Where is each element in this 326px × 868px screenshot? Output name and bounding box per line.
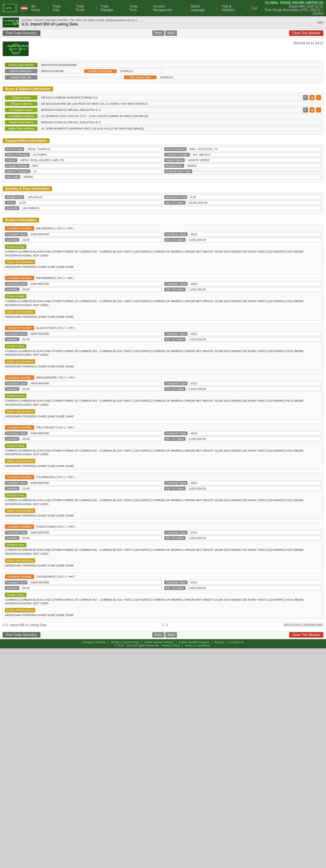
prev-button-bottom[interactable]: Prev <box>152 632 164 638</box>
marks-label: Marks and Numbers <box>5 558 35 563</box>
consignee-addr-value: AV QUEIROZ DOS SANTOS 1717 - CASA SANTO … <box>39 114 321 119</box>
manifest-no-label: Manifest No. <box>164 164 184 168</box>
close-button-top[interactable]: Close This Window <box>289 30 323 36</box>
container-qty-value: 20.00 <box>21 387 162 391</box>
container-estcf-label: Est. CF Value <box>164 387 186 391</box>
place-receipt-value: ALTAMIRA <box>31 152 162 157</box>
footer-terms-link[interactable]: Terms & Conditions <box>185 644 210 647</box>
container-size-value: 4000*900*800 <box>29 530 162 535</box>
container-estcf-value: 1,630,200.00 <box>187 238 321 242</box>
port-load-value: 20193, TAMPICO <box>26 147 162 151</box>
product-desc-text: CARBON (CARBON BLACKS AND OTHER FORMS OF… <box>5 250 321 257</box>
nav-trade-tools[interactable]: Trade Tools <box>129 5 145 12</box>
container-size-label: Container Size <box>5 232 27 236</box>
product-info-header: Product Information <box>3 218 39 222</box>
product-info-section: Product Information Container Number INK… <box>3 216 323 619</box>
port-load-label: Port of Load <box>5 147 24 151</box>
container-estcf-label: Est. CF Value <box>164 536 186 540</box>
consignee-search-btn[interactable]: 🔍 <box>303 107 308 113</box>
notify-addr-label: Notify Party Address <box>5 126 37 131</box>
nav-exit[interactable]: Exit <box>252 6 257 10</box>
action-bar-top: Print Trade Record(s) Prev Next Close Th… <box>0 29 326 37</box>
footer-buyers-link[interactable]: Global Qualified Buyers <box>178 641 209 644</box>
consignee-up-btn[interactable]: ↑ <box>316 107 321 113</box>
container-num-row: Container Number TCLU8031916 ( CN / L / … <box>5 475 321 479</box>
print-button-top[interactable]: Print Trade Record(s) <box>3 30 40 36</box>
shipper-search-btn[interactable]: 🔍 <box>303 95 308 100</box>
svg-text:GLOBAL TRADE: GLOBAL TRADE <box>7 44 28 48</box>
marks-text: 4400023469 ITEM00010 SAME SAME SAME SAME <box>5 365 321 368</box>
place-receipt-label: Place of Receipt <box>5 153 30 157</box>
hs-code-label: HS Code <box>5 175 20 179</box>
shipper-up-btn[interactable]: ↑ <box>316 95 321 100</box>
next-button-bottom[interactable]: Next <box>165 632 177 638</box>
container-estcf-label: Est. CF Value <box>164 487 186 491</box>
container-size-label: Container Size <box>5 332 27 336</box>
svg-text:GTC: GTC <box>13 51 18 54</box>
container-estcf-label: Est. CF Value <box>164 586 186 590</box>
footer-customs-link[interactable]: Global Customs Data <box>111 641 139 644</box>
transportation-header: Transportation Information <box>3 138 50 143</box>
consignee-star-btn[interactable]: ★ <box>309 107 315 113</box>
port-unload-value: 5301, HOUSTON, TX <box>188 147 321 151</box>
product-desc-label: Product Desc <box>5 394 26 398</box>
us-flag <box>21 6 27 10</box>
container-qty-label: Quantity <box>5 437 19 441</box>
footer-company-link[interactable]: Company Website <box>82 641 106 644</box>
container-estcf-value: 1,630,200.00 <box>187 486 321 491</box>
close-button-bottom[interactable]: Close This Window <box>289 632 323 638</box>
container-type-label: Container Type <box>164 332 188 336</box>
container-size-value: 4000*900*800 <box>29 332 162 336</box>
footer-enquiry-link[interactable]: Enquiry <box>215 641 225 644</box>
container-type-label: Container Type <box>164 232 188 236</box>
shipper-star-btn[interactable]: ★ <box>309 95 315 100</box>
marks-label: Marks and Numbers <box>5 459 35 463</box>
footer-privacy-link[interactable]: Privacy Policy <box>161 644 180 647</box>
global-data-label: Global Data Identity <box>5 63 37 67</box>
marks-text: 4400023469 ITEM00010 SAME SAME SAME SAME <box>5 514 321 517</box>
doc-title-bottom: U.S. Import Bill of Lading Data <box>3 623 46 627</box>
container-qty-label: Quantity <box>5 536 19 540</box>
nav-language[interactable]: Switch Language <box>190 5 213 12</box>
container-item-2: Container Number INKU8536953 ( CN / L / … <box>3 274 323 320</box>
container-num-value: INKU9529511 ( CN / L / HH ) <box>36 227 74 230</box>
action-bar-bottom: Print Trade Record(s) Prev Next Close Th… <box>0 631 326 639</box>
nav-account[interactable]: Account Management <box>153 5 182 12</box>
next-button-top[interactable]: Next <box>165 30 177 36</box>
container-num-row: Container Number CAXU9249530 ( CN / L / … <box>5 574 321 579</box>
carrier-value: MEDU: BCSL UB-MED LINE LTD. <box>19 158 162 162</box>
container-qty-value: 20.00 <box>21 486 162 491</box>
top-logo: GTC <box>3 4 17 12</box>
prev-button-top[interactable]: Prev <box>152 30 164 36</box>
header-bar: GLOBAL TRADE ONLINE LIMITED GTC GLOBAL T… <box>0 16 326 29</box>
container-qty-value: 20.00 <box>21 337 162 342</box>
container-estcf-value: 1,630,200.00 <box>187 387 321 391</box>
arrival-label: Actual Arrival Date <box>84 69 117 73</box>
footer-market-link[interactable]: Global Market Analysis <box>144 641 174 644</box>
container-estcf-label: Est. CF Value <box>164 337 186 341</box>
container-qty-value: 20.00 <box>21 238 162 242</box>
shipper-name-row: Shipper Name MEXICO CARBON MANUFACTURING… <box>5 95 321 100</box>
product-desc-text: CARBON (CARBON BLACKS AND OTHER FORMS OF… <box>5 499 321 506</box>
shipper-name-value: MEXICO CARBON MANUFACTURING S A <box>39 95 301 100</box>
container-num-label: Container Number <box>5 425 34 430</box>
nav-home[interactable]: My Home <box>31 5 44 12</box>
container-size-label: Container Size <box>5 431 27 435</box>
inbond-label: In-bond Entry Type <box>164 169 192 173</box>
container-size-value: 4000*900*800 <box>29 232 162 237</box>
nav-help[interactable]: Help & Statistics <box>222 5 243 12</box>
nav-trade-portal[interactable]: Trade Portal <box>76 5 92 12</box>
container-num-row: Container Number MEDU8361508 ( CN / L / … <box>5 375 321 380</box>
container-item-7: Container Number TCNU7278494 ( CN / L / … <box>3 522 323 569</box>
product-desc-label: Product Desc <box>5 542 26 547</box>
nav-trade-manager[interactable]: Trade Manager <box>101 5 121 12</box>
print-button-bottom[interactable]: Print Trade Record(s) <box>3 632 40 638</box>
footer-contact-link[interactable]: Contact Us <box>229 641 244 644</box>
container-type-label: Container Type <box>164 282 188 286</box>
container-num-value: INKU8536953 ( CN / L / HH ) <box>36 276 74 280</box>
container-qty-label: Quantity <box>5 337 19 341</box>
consignee-name-value: BRIDGESTONE DO BRASIL INDUSTRIA E C <box>39 107 301 113</box>
weight-value: 130,416.00 <box>26 195 162 199</box>
container-num-row: Container Number GLDU7274503 ( CN / L / … <box>5 326 321 330</box>
nav-trade-data[interactable]: Trade Data <box>53 5 67 12</box>
